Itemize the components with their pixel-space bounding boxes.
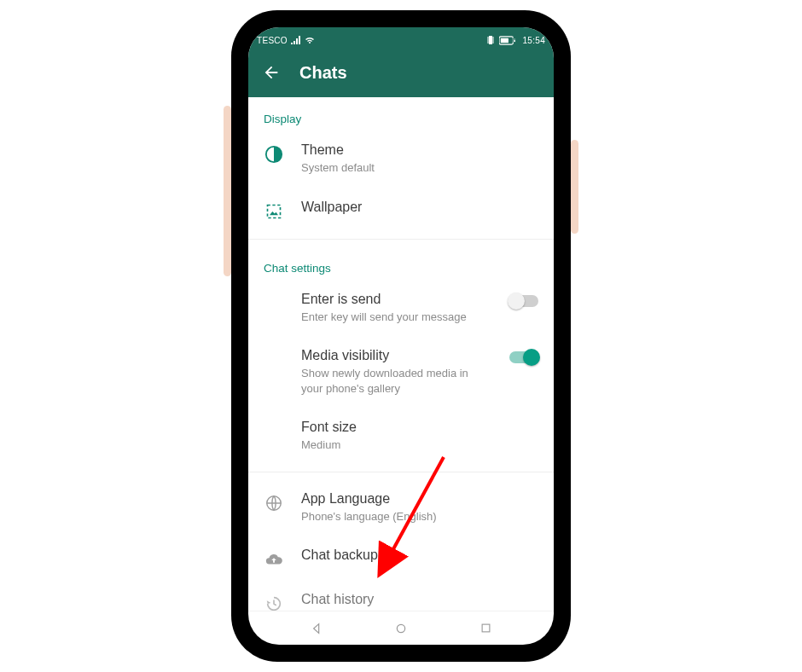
stage: TESCO 76 15:54 Chats (0, 0, 802, 672)
theme-icon (264, 144, 284, 165)
nav-recents-button[interactable] (469, 611, 503, 646)
row-font-size[interactable]: Font size Medium (248, 408, 554, 465)
page-title: Chats (299, 63, 347, 83)
cloud-upload-icon (264, 549, 284, 570)
divider (248, 472, 554, 472)
app-header: TESCO 76 15:54 Chats (248, 27, 554, 97)
title-row: Chats (248, 48, 554, 97)
square-recents-icon (479, 622, 492, 634)
row-theme-subtitle: System default (301, 160, 538, 176)
row-theme-title: Theme (301, 142, 538, 158)
row-chat-backup[interactable]: Chat backup (248, 536, 554, 580)
row-font-size-subtitle: Medium (301, 437, 538, 453)
arrow-back-icon (262, 63, 281, 82)
row-chat-backup-title: Chat backup (301, 547, 538, 563)
globe-icon (264, 493, 284, 513)
android-navbar (248, 611, 554, 645)
status-left: TESCO (257, 36, 315, 45)
row-enter-send-subtitle: Enter key will send your message (301, 310, 492, 325)
divider (248, 239, 554, 240)
svg-point-4 (397, 624, 404, 632)
spacer-icon (264, 421, 284, 442)
phone-frame: TESCO 76 15:54 Chats (233, 12, 569, 660)
row-theme[interactable]: Theme System default (248, 130, 554, 188)
svg-rect-5 (482, 624, 490, 632)
row-app-language[interactable]: App Language Phone's language (English) (248, 479, 554, 536)
nav-home-button[interactable] (384, 611, 418, 646)
row-enter-is-send[interactable]: Enter is send Enter key will send your m… (248, 280, 554, 337)
toggle-media-visibility[interactable] (509, 351, 538, 363)
toggle-enter-send[interactable] (509, 295, 538, 307)
back-button[interactable] (260, 61, 282, 84)
row-enter-send-title: Enter is send (301, 292, 492, 307)
screen: TESCO 76 15:54 Chats (248, 27, 554, 645)
circle-home-icon (394, 622, 408, 635)
section-display-label: Display (248, 97, 554, 130)
signal-icon (291, 36, 301, 44)
carrier-label: TESCO (257, 36, 288, 45)
status-bar: TESCO 76 15:54 (248, 32, 554, 48)
row-media-title: Media visibility (301, 348, 492, 363)
spacer-icon (264, 350, 284, 370)
triangle-back-icon (310, 622, 323, 635)
spacer-icon (264, 293, 284, 314)
row-wallpaper[interactable]: Wallpaper (248, 188, 554, 232)
row-app-language-title: App Language (301, 491, 538, 507)
row-chat-history-title: Chat history (301, 592, 538, 607)
row-chat-history[interactable]: Chat history (248, 580, 554, 611)
wallpaper-icon (264, 201, 284, 222)
vibrate-icon (485, 35, 496, 45)
row-font-size-title: Font size (301, 420, 538, 435)
row-media-subtitle: Show newly downloaded media in your phon… (301, 366, 492, 396)
settings-content: Display Theme System default Wal (248, 97, 554, 611)
status-right: 76 15:54 (485, 35, 545, 45)
row-media-visibility[interactable]: Media visibility Show newly downloaded m… (248, 336, 554, 408)
history-icon (264, 594, 284, 611)
section-chat-settings-label: Chat settings (248, 246, 554, 280)
battery-percentage: 76 (508, 36, 517, 44)
row-app-language-subtitle: Phone's language (English) (301, 509, 538, 524)
clock-label: 15:54 (522, 36, 545, 45)
row-wallpaper-title: Wallpaper (301, 200, 538, 215)
nav-back-button[interactable] (299, 611, 334, 646)
wifi-icon (305, 36, 315, 44)
